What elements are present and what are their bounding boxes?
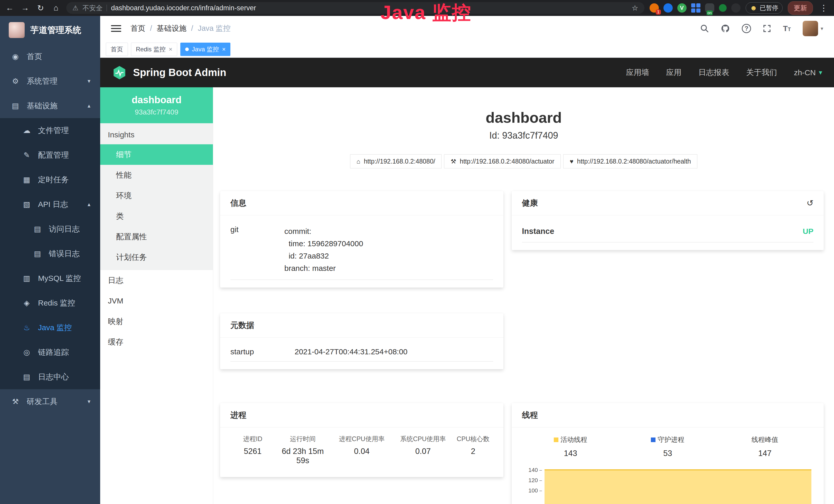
help-icon[interactable]: ? bbox=[742, 24, 751, 33]
sba-item-jvm[interactable]: JVM bbox=[100, 291, 213, 311]
sidebar-item-system-management[interactable]: ⚙ 系统管理 ▾ bbox=[0, 69, 100, 93]
redis-icon: ◈ bbox=[22, 299, 31, 307]
app-logo-row[interactable]: 芋道管理系统 bbox=[0, 16, 100, 44]
sidebar-item-log-center[interactable]: ▤ 日志中心 bbox=[0, 365, 100, 389]
sba-nav-journal[interactable]: 日志报表 bbox=[698, 67, 729, 78]
sba-instance-header[interactable]: dashboard 93a3fc7f7409 bbox=[100, 87, 213, 123]
sidebar-item-config-management[interactable]: ✎ 配置管理 bbox=[0, 143, 100, 167]
sba-locale-select[interactable]: zh-CN ▾ bbox=[794, 68, 822, 77]
instance-links: ⌂ http://192.168.0.2:48080/ ⚒ http://192… bbox=[214, 154, 834, 168]
font-size-icon[interactable]: TT bbox=[783, 24, 791, 33]
chevron-down-icon: ▾ bbox=[821, 25, 823, 31]
sidebar-item-home[interactable]: ◉ 首页 bbox=[0, 44, 100, 69]
sidebar-item-access-logs[interactable]: ▤ 访问日志 bbox=[0, 217, 100, 241]
health-card-title: 健康 bbox=[522, 198, 538, 208]
search-icon[interactable] bbox=[700, 24, 709, 33]
sidebar-item-label: Redis 监控 bbox=[38, 298, 75, 308]
sba-item-details[interactable]: 细节 bbox=[100, 144, 213, 165]
chevron-up-icon: ▴ bbox=[88, 201, 90, 208]
sidebar-item-label: 定时任务 bbox=[38, 175, 69, 185]
process-pid: 5261 bbox=[231, 447, 275, 465]
edit-icon: ✎ bbox=[22, 151, 31, 159]
chrome-update-button[interactable]: 更新 bbox=[788, 1, 813, 15]
sba-body: dashboard 93a3fc7f7409 Insights 细节 性能 环境… bbox=[100, 87, 834, 504]
user-menu[interactable]: ▾ bbox=[803, 21, 823, 36]
history-icon[interactable]: ↺ bbox=[807, 198, 813, 208]
extension-puzzle-icon[interactable] bbox=[731, 3, 741, 13]
tab-java-monitor[interactable]: Java 监控 × bbox=[180, 43, 231, 56]
github-icon[interactable] bbox=[721, 24, 730, 33]
extension-drop-icon[interactable] bbox=[663, 3, 673, 13]
extension-switch-icon[interactable]: on bbox=[705, 3, 714, 13]
process-card-body: 进程ID 运行时间 进程CPU使用率 系统CPU使用率 CPU核心数 5261 … bbox=[220, 428, 503, 477]
back-icon[interactable]: ← bbox=[5, 3, 15, 13]
log-icon: ▤ bbox=[33, 225, 42, 233]
sidebar-collapse-icon[interactable] bbox=[111, 24, 121, 33]
sidebar-item-api-logs[interactable]: ▧ API 日志 ▴ bbox=[0, 192, 100, 217]
extension-sprout-icon[interactable] bbox=[719, 4, 727, 12]
java-icon: ♨ bbox=[22, 323, 31, 332]
sba-item-config-props[interactable]: 配置属性 bbox=[100, 226, 213, 247]
home-icon[interactable]: ⌂ bbox=[51, 3, 61, 13]
sba-item-caches[interactable]: 缓存 bbox=[100, 332, 213, 352]
sba-item-metrics[interactable]: 性能 bbox=[100, 165, 213, 185]
sba-nav-about[interactable]: 关于我们 bbox=[746, 67, 777, 78]
sidebar-item-label: 文件管理 bbox=[38, 125, 69, 136]
sidebar-item-redis-monitor[interactable]: ◈ Redis 监控 bbox=[0, 291, 100, 315]
sba-nav-wallboard[interactable]: 应用墙 bbox=[626, 67, 649, 78]
sidebar-item-label: 访问日志 bbox=[49, 224, 80, 234]
breadcrumb-separator: / bbox=[150, 24, 152, 32]
chrome-menu-icon[interactable]: ⋮ bbox=[818, 3, 829, 13]
sba-brand[interactable]: Spring Boot Admin bbox=[133, 67, 226, 78]
legend-swatch-yellow bbox=[554, 437, 558, 442]
profile-paused-pill[interactable]: ☻ 已暂停 bbox=[746, 2, 783, 14]
sba-nav-applications[interactable]: 应用 bbox=[666, 67, 681, 78]
fullscreen-icon[interactable] bbox=[763, 24, 771, 32]
sba-item-mappings[interactable]: 映射 bbox=[100, 311, 213, 332]
legend-value: 53 bbox=[619, 449, 716, 458]
extension-fox-icon[interactable]: 1 bbox=[650, 3, 659, 13]
forward-icon[interactable]: → bbox=[20, 3, 30, 13]
sba-item-scheduled-tasks[interactable]: 计划任务 bbox=[100, 247, 213, 268]
instance-actuator-link[interactable]: ⚒ http://192.168.0.2:48080/actuator bbox=[444, 154, 561, 168]
home-icon: ⌂ bbox=[356, 158, 360, 165]
insecure-label: 不安全 bbox=[83, 4, 103, 13]
breadcrumb-home[interactable]: 首页 bbox=[130, 23, 146, 33]
sidebar-item-dev-tools[interactable]: ⚒ 研发工具 ▾ bbox=[0, 389, 100, 414]
avatar[interactable] bbox=[803, 21, 818, 36]
bookmark-star-icon[interactable]: ☆ bbox=[632, 4, 638, 12]
cards-row-3: 进程 进程ID 运行时间 进程CPU使用率 系统CPU使用率 CPU核心数 bbox=[220, 403, 823, 504]
sba-item-environment[interactable]: 环境 bbox=[100, 185, 213, 206]
process-card-title: 进程 bbox=[220, 403, 503, 428]
gear-icon: ⚙ bbox=[11, 77, 20, 86]
address-bar[interactable]: ⚠ 不安全 dashboard.yudao.iocoder.cn/infra/a… bbox=[66, 2, 644, 14]
sba-sidebar: dashboard 93a3fc7f7409 Insights 细节 性能 环境… bbox=[100, 87, 213, 504]
sidebar-item-tracing[interactable]: ◎ 链路追踪 bbox=[0, 340, 100, 365]
sidebar-item-java-monitor[interactable]: ♨ Java 监控 bbox=[0, 315, 100, 340]
table-row[interactable]: Instance UP bbox=[522, 217, 813, 243]
breadcrumb-infrastructure[interactable]: 基础设施 bbox=[157, 23, 186, 33]
tab-redis-monitor[interactable]: Redis 监控 × bbox=[131, 43, 177, 56]
health-card-header: 健康 ↺ bbox=[512, 191, 824, 215]
sidebar-item-scheduled-tasks[interactable]: ▦ 定时任务 bbox=[0, 167, 100, 192]
extension-grid-icon[interactable] bbox=[691, 3, 700, 13]
instance-health-link[interactable]: ♥ http://192.168.0.2:48080/actuator/heal… bbox=[563, 154, 697, 168]
sidebar-item-infrastructure[interactable]: ▤ 基础设施 ▴ bbox=[0, 93, 100, 118]
threads-card: 线程 活动线程 143 守护进程 53 bbox=[512, 403, 824, 504]
sidebar-item-file-management[interactable]: ☁ 文件管理 bbox=[0, 118, 100, 143]
url-text[interactable]: dashboard.yudao.iocoder.cn/infra/admin-s… bbox=[111, 4, 256, 12]
monitor-icon: ▤ bbox=[11, 101, 20, 110]
sba-item-logs[interactable]: 日志 bbox=[100, 270, 213, 291]
sidebar-item-error-logs[interactable]: ▤ 错误日志 bbox=[0, 241, 100, 266]
tab-home[interactable]: 首页 bbox=[106, 43, 128, 56]
legend-daemon-threads: 守护进程 53 bbox=[619, 435, 716, 458]
instance-home-link[interactable]: ⌂ http://192.168.0.2:48080/ bbox=[350, 154, 442, 168]
close-icon[interactable]: × bbox=[222, 46, 225, 53]
close-icon[interactable]: × bbox=[169, 46, 172, 53]
extension-v-icon[interactable]: V bbox=[677, 3, 686, 13]
extension-badge: 1 bbox=[656, 9, 661, 15]
reload-icon[interactable]: ↻ bbox=[36, 3, 46, 13]
sba-group-label: Insights bbox=[100, 123, 213, 144]
sidebar-item-mysql-monitor[interactable]: ▥ MySQL 监控 bbox=[0, 266, 100, 291]
sba-item-classes[interactable]: 类 bbox=[100, 206, 213, 226]
